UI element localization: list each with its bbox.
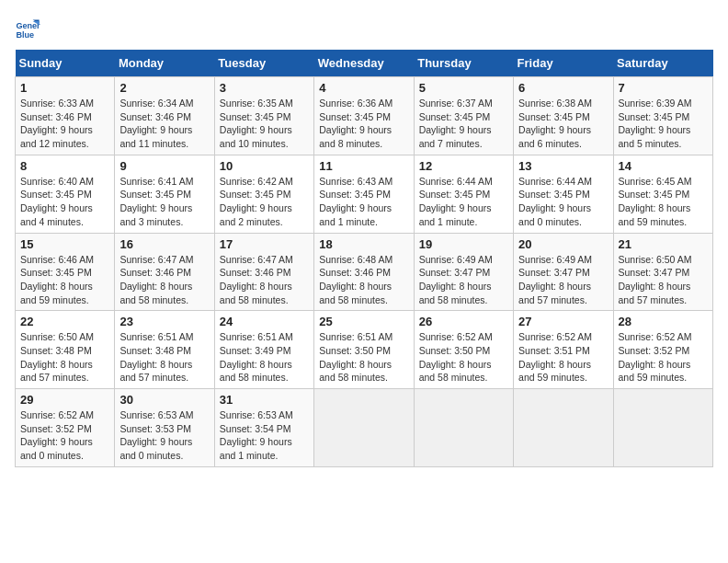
calendar-cell: 29 Sunrise: 6:52 AMSunset: 3:52 PMDaylig… (16, 389, 115, 467)
calendar-cell: 16 Sunrise: 6:47 AMSunset: 3:46 PMDaylig… (115, 233, 214, 311)
day-info: Sunrise: 6:51 AMSunset: 3:50 PMDaylight:… (319, 331, 392, 383)
day-number: 1 (20, 81, 109, 95)
svg-text:Blue: Blue (16, 30, 34, 40)
day-info: Sunrise: 6:51 AMSunset: 3:48 PMDaylight:… (119, 331, 193, 383)
day-info: Sunrise: 6:34 AMSunset: 3:46 PMDaylight:… (119, 98, 193, 149)
day-info: Sunrise: 6:35 AMSunset: 3:45 PMDaylight:… (220, 98, 293, 149)
day-info: Sunrise: 6:44 AMSunset: 3:45 PMDaylight:… (518, 176, 592, 227)
day-number: 9 (119, 159, 209, 173)
day-info: Sunrise: 6:39 AMSunset: 3:45 PMDaylight:… (619, 98, 692, 149)
day-number: 22 (20, 315, 109, 328)
calendar-cell: 8 Sunrise: 6:40 AMSunset: 3:45 PMDayligh… (16, 155, 115, 233)
day-number: 8 (20, 159, 109, 173)
day-number: 2 (119, 81, 209, 95)
day-info: Sunrise: 6:52 AMSunset: 3:52 PMDaylight:… (619, 331, 692, 383)
page-header: General Blue (15, 15, 713, 40)
calendar-cell: 2 Sunrise: 6:34 AMSunset: 3:46 PMDayligh… (115, 77, 214, 155)
day-of-week-header: Wednesday (314, 50, 414, 77)
day-of-week-header: Friday (514, 50, 613, 77)
day-number: 13 (518, 159, 608, 173)
day-info: Sunrise: 6:40 AMSunset: 3:45 PMDaylight:… (20, 176, 94, 227)
day-info: Sunrise: 6:42 AMSunset: 3:45 PMDaylight:… (220, 176, 293, 227)
day-info: Sunrise: 6:41 AMSunset: 3:45 PMDaylight:… (119, 176, 193, 227)
calendar-table: SundayMondayTuesdayWednesdayThursdayFrid… (15, 50, 713, 467)
day-number: 31 (220, 393, 309, 407)
day-number: 15 (20, 237, 109, 251)
calendar-cell: 6 Sunrise: 6:38 AMSunset: 3:45 PMDayligh… (514, 77, 613, 155)
day-number: 25 (319, 315, 408, 328)
day-number: 7 (619, 81, 708, 95)
day-number: 28 (619, 315, 708, 328)
day-info: Sunrise: 6:51 AMSunset: 3:49 PMDaylight:… (220, 331, 293, 383)
day-info: Sunrise: 6:37 AMSunset: 3:45 PMDaylight:… (419, 98, 493, 149)
calendar-cell: 7 Sunrise: 6:39 AMSunset: 3:45 PMDayligh… (613, 77, 712, 155)
day-info: Sunrise: 6:49 AMSunset: 3:47 PMDaylight:… (419, 254, 493, 305)
calendar-cell: 14 Sunrise: 6:45 AMSunset: 3:45 PMDaylig… (613, 155, 712, 233)
calendar-cell: 21 Sunrise: 6:50 AMSunset: 3:47 PMDaylig… (613, 233, 712, 311)
day-number: 27 (518, 315, 608, 328)
calendar-cell: 27 Sunrise: 6:52 AMSunset: 3:51 PMDaylig… (514, 311, 613, 389)
day-info: Sunrise: 6:52 AMSunset: 3:50 PMDaylight:… (419, 331, 493, 383)
calendar-cell: 19 Sunrise: 6:49 AMSunset: 3:47 PMDaylig… (414, 233, 513, 311)
day-number: 30 (119, 393, 209, 407)
day-number: 23 (119, 315, 209, 328)
calendar-cell: 11 Sunrise: 6:43 AMSunset: 3:45 PMDaylig… (314, 155, 414, 233)
day-info: Sunrise: 6:52 AMSunset: 3:51 PMDaylight:… (518, 331, 592, 383)
logo-icon: General Blue (15, 15, 40, 40)
day-info: Sunrise: 6:48 AMSunset: 3:46 PMDaylight:… (319, 254, 392, 305)
day-info: Sunrise: 6:43 AMSunset: 3:45 PMDaylight:… (319, 176, 392, 227)
day-number: 17 (220, 237, 309, 251)
calendar-cell: 17 Sunrise: 6:47 AMSunset: 3:46 PMDaylig… (214, 233, 313, 311)
day-of-week-header: Thursday (414, 50, 513, 77)
day-number: 12 (419, 159, 508, 173)
day-of-week-header: Sunday (16, 50, 115, 77)
day-info: Sunrise: 6:49 AMSunset: 3:47 PMDaylight:… (518, 254, 592, 305)
calendar-cell: 13 Sunrise: 6:44 AMSunset: 3:45 PMDaylig… (514, 155, 613, 233)
day-info: Sunrise: 6:50 AMSunset: 3:48 PMDaylight:… (20, 331, 94, 383)
calendar-cell (514, 389, 613, 467)
calendar-cell: 10 Sunrise: 6:42 AMSunset: 3:45 PMDaylig… (214, 155, 313, 233)
calendar-cell: 31 Sunrise: 6:53 AMSunset: 3:54 PMDaylig… (214, 389, 313, 467)
day-info: Sunrise: 6:46 AMSunset: 3:45 PMDaylight:… (20, 254, 94, 305)
calendar-cell: 25 Sunrise: 6:51 AMSunset: 3:50 PMDaylig… (314, 311, 414, 389)
day-number: 11 (319, 159, 408, 173)
day-number: 14 (619, 159, 708, 173)
calendar-cell: 22 Sunrise: 6:50 AMSunset: 3:48 PMDaylig… (16, 311, 115, 389)
day-number: 3 (220, 81, 309, 95)
day-info: Sunrise: 6:50 AMSunset: 3:47 PMDaylight:… (619, 254, 692, 305)
day-number: 18 (319, 237, 408, 251)
day-number: 6 (518, 81, 608, 95)
day-info: Sunrise: 6:36 AMSunset: 3:45 PMDaylight:… (319, 98, 392, 149)
day-number: 20 (518, 237, 608, 251)
logo: General Blue (15, 15, 42, 40)
day-number: 24 (220, 315, 309, 328)
day-of-week-header: Tuesday (214, 50, 313, 77)
calendar-cell: 12 Sunrise: 6:44 AMSunset: 3:45 PMDaylig… (414, 155, 513, 233)
calendar-cell: 9 Sunrise: 6:41 AMSunset: 3:45 PMDayligh… (115, 155, 214, 233)
day-number: 21 (619, 237, 708, 251)
day-info: Sunrise: 6:45 AMSunset: 3:45 PMDaylight:… (619, 176, 692, 227)
day-number: 10 (220, 159, 309, 173)
day-number: 16 (119, 237, 209, 251)
day-info: Sunrise: 6:53 AMSunset: 3:54 PMDaylight:… (220, 409, 293, 461)
day-number: 5 (419, 81, 508, 95)
day-info: Sunrise: 6:33 AMSunset: 3:46 PMDaylight:… (20, 98, 94, 149)
day-of-week-header: Monday (115, 50, 214, 77)
day-number: 26 (419, 315, 508, 328)
day-of-week-header: Saturday (613, 50, 712, 77)
calendar-cell: 15 Sunrise: 6:46 AMSunset: 3:45 PMDaylig… (16, 233, 115, 311)
calendar-cell: 28 Sunrise: 6:52 AMSunset: 3:52 PMDaylig… (613, 311, 712, 389)
calendar-cell: 23 Sunrise: 6:51 AMSunset: 3:48 PMDaylig… (115, 311, 214, 389)
day-info: Sunrise: 6:52 AMSunset: 3:52 PMDaylight:… (20, 409, 94, 461)
day-info: Sunrise: 6:53 AMSunset: 3:53 PMDaylight:… (119, 409, 193, 461)
calendar-cell: 1 Sunrise: 6:33 AMSunset: 3:46 PMDayligh… (16, 77, 115, 155)
calendar-cell: 4 Sunrise: 6:36 AMSunset: 3:45 PMDayligh… (314, 77, 414, 155)
day-info: Sunrise: 6:38 AMSunset: 3:45 PMDaylight:… (518, 98, 592, 149)
day-info: Sunrise: 6:44 AMSunset: 3:45 PMDaylight:… (419, 176, 493, 227)
day-number: 19 (419, 237, 508, 251)
calendar-cell: 30 Sunrise: 6:53 AMSunset: 3:53 PMDaylig… (115, 389, 214, 467)
calendar-cell (613, 389, 712, 467)
calendar-cell: 24 Sunrise: 6:51 AMSunset: 3:49 PMDaylig… (214, 311, 313, 389)
calendar-cell: 3 Sunrise: 6:35 AMSunset: 3:45 PMDayligh… (214, 77, 313, 155)
calendar-cell: 20 Sunrise: 6:49 AMSunset: 3:47 PMDaylig… (514, 233, 613, 311)
